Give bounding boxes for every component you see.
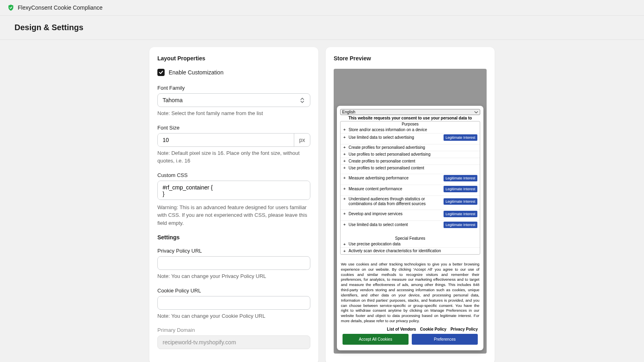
privacy-url-label: Privacy Policy URL (157, 248, 310, 254)
enable-customization-checkbox[interactable] (157, 69, 165, 76)
purpose-row: +Store and/or access information on a de… (341, 127, 480, 133)
expand-icon[interactable]: + (343, 166, 346, 170)
vendors-link[interactable]: List of Vendors (387, 327, 416, 331)
cookie-url-input[interactable] (157, 296, 310, 310)
shield-icon (7, 4, 14, 11)
enable-customization-row: Enable Customization (157, 69, 310, 76)
cookie-url-label: Cookie Policy URL (157, 288, 310, 294)
expand-icon[interactable]: + (343, 197, 346, 201)
purpose-row: +Understand audiences through statistics… (341, 195, 480, 207)
font-size-note: Note: Default pixel size is 16. Place on… (157, 149, 310, 165)
consent-heading: This website requests your consent to us… (340, 116, 480, 120)
content-area: Layout Properties Enable Customization F… (0, 40, 644, 362)
cookie-url-note: Note: You can change your Cookie Policy … (157, 312, 310, 320)
consent-button-row: Accept All Cookies Preferences (340, 334, 480, 347)
select-stepper-icon (300, 98, 305, 103)
cookie-policy-link[interactable]: Cookie Policy (420, 327, 447, 331)
primary-domain-input (157, 335, 310, 349)
expand-icon[interactable]: + (343, 212, 346, 216)
expand-icon[interactable]: + (343, 242, 346, 247)
page-title: Design & Settings (14, 23, 630, 32)
font-family-value: Tahoma (163, 97, 183, 103)
privacy-url-group: Privacy Policy URL Note: You can change … (157, 248, 310, 280)
custom-css-note: Warning: This is an advanced feature des… (157, 204, 310, 227)
enable-customization-label: Enable Customization (169, 69, 223, 76)
purpose-label: Create profiles to personalise content (349, 159, 477, 164)
chevron-down-icon (474, 110, 478, 114)
legitimate-interest-button[interactable]: Legitimate Interest (444, 134, 477, 141)
font-family-select[interactable]: Tahoma (157, 93, 310, 107)
expand-icon[interactable]: + (343, 135, 346, 140)
privacy-url-input[interactable] (157, 256, 310, 270)
purpose-row: +Use profiles to select personalised adv… (341, 151, 480, 158)
special-feature-label: Use precise geolocation data (349, 242, 477, 247)
expand-icon[interactable]: + (343, 145, 346, 150)
preferences-button[interactable]: Preferences (412, 334, 478, 345)
font-size-input-wrap: px (157, 133, 310, 147)
primary-domain-label: Primary Domain (157, 327, 310, 333)
expand-icon[interactable]: + (343, 152, 346, 156)
purpose-row: +Measure advertising performanceLegitima… (341, 174, 480, 182)
font-family-note: Note: Select the font family name from t… (157, 109, 310, 117)
consent-body-text: We use cookies and other tracking techno… (340, 262, 480, 324)
expand-icon[interactable]: + (343, 187, 346, 191)
cookie-url-group: Cookie Policy URL Note: You can change y… (157, 288, 310, 320)
font-family-group: Font Family Tahoma Note: Select the font… (157, 85, 310, 117)
preview-title: Store Preview (334, 55, 487, 62)
accept-all-button[interactable]: Accept All Cookies (343, 334, 409, 345)
expand-icon[interactable]: + (343, 159, 346, 163)
purpose-row: +Develop and improve servicesLegitimate … (341, 210, 480, 218)
legitimate-interest-button[interactable]: Legitimate Interest (444, 186, 477, 192)
expand-icon[interactable]: + (343, 249, 346, 253)
purpose-row: +Use limited data to select contentLegit… (341, 220, 480, 229)
special-features-header: Special Features (341, 236, 480, 241)
page-header: Design & Settings (0, 16, 644, 40)
special-feature-row: +Actively scan device characteristics fo… (341, 247, 480, 254)
expand-icon[interactable]: + (343, 176, 346, 180)
consent-links-row: List of Vendors Cookie Policy Privacy Po… (340, 327, 480, 331)
purpose-label: Use profiles to select personalised cont… (349, 166, 477, 171)
purpose-label: Use limited data to select content (349, 222, 441, 227)
purpose-label: Create profiles for personalised adverti… (349, 145, 477, 150)
preview-area: English This website requests your conse… (334, 69, 487, 354)
app-name: FlexyConsent Cookie Compliance (18, 4, 103, 11)
font-size-suffix: px (294, 134, 310, 146)
purpose-label: Develop and improve services (349, 212, 441, 216)
purpose-label: Store and/or access information on a dev… (349, 128, 477, 132)
legitimate-interest-button[interactable]: Legitimate Interest (444, 175, 477, 181)
language-value: English (342, 110, 355, 114)
purpose-label: Use profiles to select personalised adve… (349, 152, 477, 157)
custom-css-textarea[interactable] (157, 181, 310, 200)
special-feature-label: Actively scan device characteristics for… (349, 249, 477, 253)
purpose-row: +Create profiles for personalised advert… (341, 144, 480, 151)
legitimate-interest-button[interactable]: Legitimate Interest (444, 198, 477, 205)
language-select[interactable]: English (340, 109, 480, 115)
purpose-label: Use limited data to select advertising (349, 135, 441, 140)
privacy-policy-link[interactable]: Privacy Policy (450, 327, 478, 331)
purpose-row: +Use profiles to select personalised con… (341, 165, 480, 171)
app-top-bar: FlexyConsent Cookie Compliance (0, 0, 644, 16)
expand-icon[interactable]: + (343, 222, 346, 227)
purpose-label: Measure content performance (349, 187, 441, 191)
font-size-input[interactable] (158, 134, 294, 146)
privacy-url-note: Note: You can change your Privacy Policy… (157, 272, 310, 280)
store-preview-card: Store Preview English This website reque… (326, 47, 495, 362)
purposes-header: Purposes (341, 121, 480, 127)
settings-section-title: Settings (157, 234, 310, 241)
custom-css-group: Custom CSS Warning: This is an advanced … (157, 172, 310, 227)
purpose-row: +Measure content performanceLegitimate I… (341, 185, 480, 193)
legitimate-interest-button[interactable]: Legitimate Interest (444, 211, 477, 217)
layout-section-title: Layout Properties (157, 55, 310, 62)
purpose-label: Understand audiences through statistics … (349, 197, 441, 206)
primary-domain-group: Primary Domain (157, 327, 310, 349)
font-family-label: Font Family (157, 85, 310, 91)
purpose-row: +Create profiles to personalise content (341, 158, 480, 165)
purpose-label: Measure advertising performance (349, 176, 441, 181)
consent-modal: English This website requests your conse… (337, 106, 483, 350)
expand-icon[interactable]: + (343, 128, 346, 132)
font-size-group: Font Size px Note: Default pixel size is… (157, 125, 310, 165)
layout-settings-card: Layout Properties Enable Customization F… (149, 47, 318, 362)
font-size-label: Font Size (157, 125, 310, 131)
legitimate-interest-button[interactable]: Legitimate Interest (444, 222, 477, 228)
custom-css-label: Custom CSS (157, 172, 310, 178)
